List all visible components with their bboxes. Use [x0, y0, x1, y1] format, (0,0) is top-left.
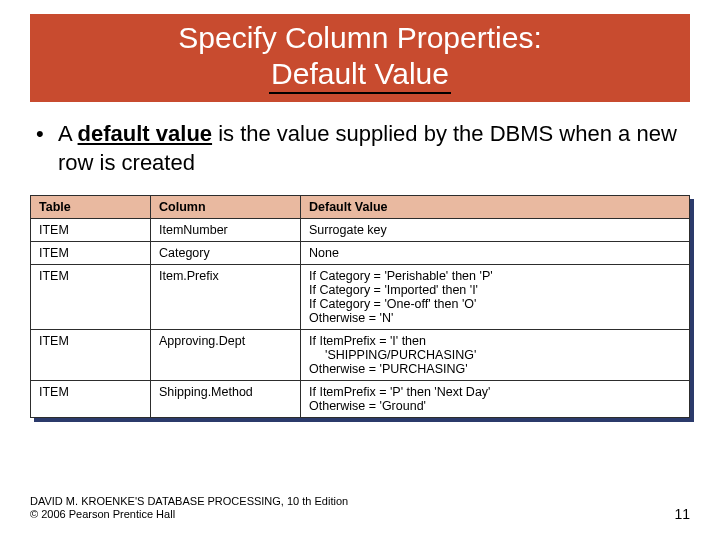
- footer-line-2: © 2006 Pearson Prentice Hall: [30, 508, 175, 520]
- default-values-table-wrap: Table Column Default Value ITEMItemNumbe…: [30, 195, 690, 418]
- table-row: ITEMCategoryNone: [31, 242, 690, 265]
- bullet-marker: •: [30, 120, 58, 149]
- header-column: Column: [151, 196, 301, 219]
- bullet-item: • A default value is the value supplied …: [30, 120, 690, 177]
- cell-default-value: Surrogate key: [301, 219, 690, 242]
- cell-column: Shipping.Method: [151, 381, 301, 418]
- cell-default-line: 'SHIPPING/PURCHASING': [309, 348, 681, 362]
- footer-attribution: DAVID M. KROENKE'S DATABASE PROCESSING, …: [30, 495, 348, 523]
- cell-table: ITEM: [31, 219, 151, 242]
- cell-default-line: None: [309, 246, 681, 260]
- cell-default-value: If Category = 'Perishable' then 'P'If Ca…: [301, 265, 690, 330]
- cell-default-value: None: [301, 242, 690, 265]
- table-row: ITEMItemNumberSurrogate key: [31, 219, 690, 242]
- cell-default-line: If ItemPrefix = 'I' then: [309, 334, 681, 348]
- cell-table: ITEM: [31, 330, 151, 381]
- cell-default-line: If Category = 'One-off' then 'O': [309, 297, 681, 311]
- slide-footer: DAVID M. KROENKE'S DATABASE PROCESSING, …: [30, 495, 690, 523]
- table-row: ITEMApproving.DeptIf ItemPrefix = 'I' th…: [31, 330, 690, 381]
- cell-table: ITEM: [31, 265, 151, 330]
- footer-line-1: DAVID M. KROENKE'S DATABASE PROCESSING, …: [30, 495, 348, 507]
- table-row: ITEMItem.PrefixIf Category = 'Perishable…: [31, 265, 690, 330]
- bullet-text: A default value is the value supplied by…: [58, 120, 690, 177]
- cell-default-line: Otherwise = 'N': [309, 311, 681, 325]
- default-values-table: Table Column Default Value ITEMItemNumbe…: [30, 195, 690, 418]
- page-number: 11: [674, 506, 690, 522]
- table-header-row: Table Column Default Value: [31, 196, 690, 219]
- cell-default-value: If ItemPrefix = 'I' then'SHIPPING/PURCHA…: [301, 330, 690, 381]
- cell-default-line: Otherwise = 'PURCHASING': [309, 362, 681, 376]
- cell-default-line: Otherwise = 'Ground': [309, 399, 681, 413]
- bullet-key-term: default value: [78, 121, 212, 146]
- slide-title-band: Specify Column Properties: Default Value: [30, 14, 690, 102]
- cell-column: Category: [151, 242, 301, 265]
- cell-default-line: If Category = 'Imported' then 'I': [309, 283, 681, 297]
- cell-default-line: If ItemPrefix = 'P' then 'Next Day': [309, 385, 681, 399]
- cell-table: ITEM: [31, 381, 151, 418]
- cell-column: ItemNumber: [151, 219, 301, 242]
- title-line-1: Specify Column Properties:: [178, 21, 542, 54]
- cell-column: Item.Prefix: [151, 265, 301, 330]
- slide-title: Specify Column Properties: Default Value: [30, 20, 690, 94]
- cell-column: Approving.Dept: [151, 330, 301, 381]
- cell-default-value: If ItemPrefix = 'P' then 'Next Day'Other…: [301, 381, 690, 418]
- cell-table: ITEM: [31, 242, 151, 265]
- cell-default-line: If Category = 'Perishable' then 'P': [309, 269, 681, 283]
- header-table: Table: [31, 196, 151, 219]
- cell-default-line: Surrogate key: [309, 223, 681, 237]
- header-default-value: Default Value: [301, 196, 690, 219]
- bullet-area: • A default value is the value supplied …: [30, 120, 690, 177]
- table-row: ITEMShipping.MethodIf ItemPrefix = 'P' t…: [31, 381, 690, 418]
- table-body: ITEMItemNumberSurrogate keyITEMCategoryN…: [31, 219, 690, 418]
- title-line-2: Default Value: [269, 56, 451, 94]
- bullet-prefix: A: [58, 121, 78, 146]
